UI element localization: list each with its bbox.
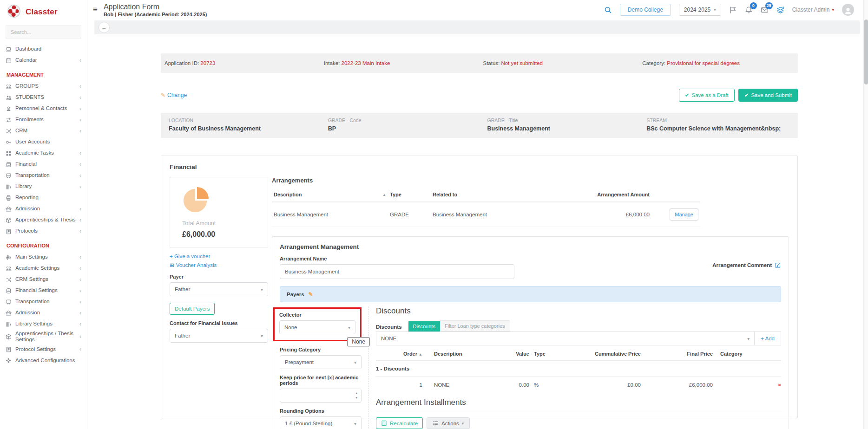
voucher-analysis-link[interactable]: ⊞Voucher Analysis <box>170 262 268 268</box>
sidebar-item-enrollments[interactable]: Enrollments‹ <box>0 114 87 125</box>
sidebar-item-apprenticeships-thesis-settings[interactable]: Apprenticeships / Thesis Settings‹ <box>0 330 87 344</box>
notifications-bell-icon[interactable]: 0 <box>745 6 753 14</box>
save-draft-button[interactable]: ✔Save as a Draft <box>679 89 735 102</box>
pricing-category-select[interactable]: Prepayment▾ <box>280 355 362 369</box>
page-title: Application Form <box>104 3 207 11</box>
keep-price-input[interactable]: ▴▾ <box>280 389 362 403</box>
default-payers-button[interactable]: Default Payers <box>170 303 215 315</box>
change-link[interactable]: ✎Change <box>161 92 187 98</box>
arrangement-row: Business Management GRADE Business Manag… <box>272 202 700 227</box>
sidebar-item-library-settings[interactable]: Library Settings‹ <box>0 318 87 330</box>
location: LOCATIONFaculty of Business Management <box>161 117 320 132</box>
tab-discounts[interactable]: Discounts <box>408 321 440 332</box>
discount-cummulative-price: £0.00 <box>557 377 641 394</box>
payer-select[interactable]: Father▾ <box>170 282 268 296</box>
notifications-badge: 0 <box>750 2 757 9</box>
collector-label: Collector <box>279 312 355 318</box>
sidebar-item-library[interactable]: Library‹ <box>0 181 87 192</box>
discount-final-price: £6,000.00 <box>641 377 713 394</box>
tab-filter-loan-categories[interactable]: Filter Loan type categories <box>440 320 510 332</box>
actions-dropdown[interactable]: Actions▾ <box>427 417 470 429</box>
sidebar-item-personnel-contacts[interactable]: Personnel & Contacts‹ <box>0 103 87 114</box>
sidebar-item-crm[interactable]: CRM‹ <box>0 125 87 136</box>
messages-mail-icon[interactable]: 25 <box>761 6 769 14</box>
status: Status: Not yet submitted <box>480 60 639 66</box>
save-submit-button[interactable]: ✔Save and Submit <box>738 89 798 102</box>
transfer-icon <box>6 117 15 123</box>
key-icon <box>6 139 15 145</box>
chevron-down-icon: ▾ <box>354 421 356 426</box>
manage-button[interactable]: Manage <box>670 208 698 221</box>
rounding-options-select[interactable]: 1 £ (Pound Sterling)▾ <box>280 416 362 429</box>
give-voucher-link[interactable]: + Give a voucher <box>170 254 268 259</box>
discount-select[interactable]: NONE▾ <box>376 332 755 345</box>
user-menu[interactable]: Classter Admin▾ <box>792 6 834 13</box>
sidebar-item-main-settings[interactable]: Main Settings‹ <box>0 252 87 263</box>
col-order[interactable]: Order ▲ <box>376 346 422 361</box>
add-discount-button[interactable]: + Add <box>755 332 781 345</box>
discount-value: 0.00 <box>478 377 529 394</box>
keep-price-label: Keep price for next [x] academic periods <box>280 375 362 386</box>
recalculate-button[interactable]: Recalculate <box>376 417 423 429</box>
bus-icon <box>6 173 15 179</box>
collector-tooltip: None <box>347 337 370 346</box>
back-button[interactable]: ← <box>99 22 110 33</box>
sidebar-item-groups[interactable]: GROUPS‹ <box>0 81 87 92</box>
application-id: Application ID: 20723 <box>161 60 320 66</box>
calendar-icon <box>6 58 15 64</box>
laptop-icon <box>6 46 15 52</box>
grade-code: GRADE - CodeBP <box>320 117 480 132</box>
sidebar-item-transportation[interactable]: Transportation‹ <box>0 170 87 181</box>
sidebar-item-dashboard[interactable]: Dashboard <box>0 44 87 55</box>
edit-icon[interactable] <box>775 262 781 268</box>
institution-button[interactable]: Demo College <box>620 4 671 16</box>
person-icon <box>6 106 15 112</box>
scrollbar[interactable] <box>863 0 868 429</box>
sidebar-item-financial[interactable]: Financial‹ <box>0 159 87 170</box>
delete-discount-icon[interactable]: × <box>769 377 781 394</box>
flag-icon[interactable] <box>729 6 737 14</box>
sidebar-item-protocols[interactable]: Protocols‹ <box>0 226 87 237</box>
discount-description: NONE <box>422 377 478 394</box>
sidebar-item-students[interactable]: STUDENTS‹ <box>0 92 87 103</box>
layers-add-icon[interactable] <box>776 6 784 14</box>
discount-group-row: 1 - Discounts <box>376 361 781 377</box>
sidebar-item-reporting[interactable]: Reporting <box>0 192 87 203</box>
sidebar-item-crm-settings[interactable]: CRM Settings‹ <box>0 274 87 285</box>
arrangement-name-input[interactable] <box>280 264 514 279</box>
sidebar-item-admission[interactable]: Admission‹ <box>0 203 87 214</box>
col-type: Type <box>529 346 557 361</box>
sidebar-item-apprenticeships-thesis[interactable]: Apprenticeships & Thesis‹ <box>0 214 87 226</box>
avatar[interactable] <box>842 4 854 16</box>
col-description[interactable]: Description▲ <box>272 188 388 202</box>
academic-period-dropdown[interactable]: 2024-2025▾ <box>679 4 721 16</box>
contact-financial-select[interactable]: Father▾ <box>170 329 268 343</box>
sidebar-item-protocol-settings[interactable]: Protocol Settings‹ <box>0 344 87 355</box>
sidebar-item-calendar[interactable]: Calendar‹ <box>0 55 87 66</box>
sidebar-item-academic-tasks[interactable]: Academic Tasks‹ <box>0 148 87 159</box>
arrangement-comment[interactable]: Arrangement Comment <box>712 243 781 279</box>
people-icon <box>6 266 15 272</box>
col-desc: Description <box>422 346 478 361</box>
chevron-down-icon: ▾ <box>261 333 263 338</box>
sidebar-item-admission-settings[interactable]: Admission‹ <box>0 307 87 318</box>
discount-category <box>713 377 769 394</box>
hamburger-menu-icon[interactable]: ≡ <box>93 5 98 14</box>
scrollbar-thumb[interactable] <box>864 20 868 84</box>
sidebar-item-advanced-configurations[interactable]: Advanced Configurations <box>0 355 87 366</box>
collector-select[interactable]: None▾ <box>279 320 355 334</box>
spinner-arrows-icon[interactable]: ▴▾ <box>355 391 357 400</box>
pencil-icon[interactable]: ✎ <box>309 291 313 298</box>
sidebar-search-input[interactable] <box>6 25 81 39</box>
sidebar-item-user-accounts[interactable]: User Accounts <box>0 136 87 148</box>
application-info-bar: Application ID: 20723 Intake: 2022-23 Ma… <box>161 53 798 73</box>
library-icon <box>6 184 15 190</box>
sidebar-item-transportation-settings[interactable]: Transportation‹ <box>0 296 87 307</box>
chevron-down-icon: ▾ <box>747 336 750 341</box>
search-icon[interactable] <box>604 6 612 14</box>
sidebar-item-financial-settings[interactable]: Financial Settings‹ <box>0 285 87 296</box>
sliders-icon <box>6 254 15 260</box>
sidebar-item-academic-settings[interactable]: Academic Settings‹ <box>0 263 87 274</box>
brand[interactable]: Classter <box>0 0 87 22</box>
coins-icon <box>6 162 15 168</box>
